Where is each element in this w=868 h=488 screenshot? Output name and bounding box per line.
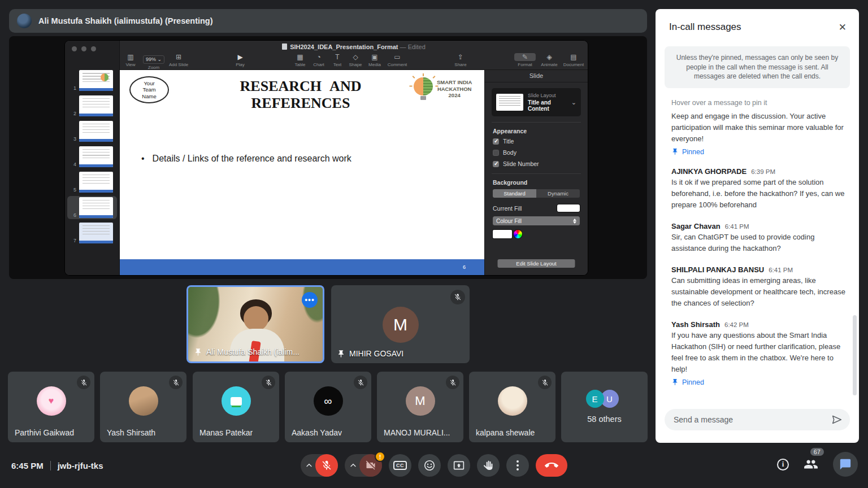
keynote-view-button[interactable]: ▥View [125,53,135,67]
keynote-media-button[interactable]: ▣Media [368,53,381,67]
present-screen-button[interactable] [448,454,470,477]
presenter-banner: Ali Mustufa Shaikh (ialimustufa) (Presen… [9,9,647,33]
avatar [498,386,527,416]
keynote-document-button[interactable]: ▤Document [563,53,584,67]
chat-message: Keep and engage in the discussion. Your … [671,111,849,156]
chat-message-list[interactable]: Hover over a message to pin it Keep and … [656,95,859,386]
video-tile-kalpana[interactable]: kalpana shewale [469,372,555,442]
keynote-shape-button[interactable]: ◇Shape [349,53,362,67]
segment-standard[interactable]: Standard [493,189,536,198]
background-section-label: Background [485,178,588,187]
chat-toggle-button[interactable] [833,452,858,477]
chat-input-container [665,409,850,430]
keynote-text-button[interactable]: TText [333,53,342,67]
slide-thumbnail-6-selected[interactable]: 6 [67,196,117,219]
video-tile-aakash[interactable]: ∞ Aakash Yadav [285,372,371,442]
video-tile-mihir[interactable]: M MIHIR GOSAVI [331,285,470,363]
send-icon[interactable] [831,413,843,426]
mic-off-icon [265,379,272,386]
mic-off-icon [454,293,462,301]
message-sender: SHILPALI PANKAJ BANSU [671,265,764,274]
message-time: 6:41 PM [769,267,793,273]
pin-hint-text: Hover over a message to pin it [671,97,849,108]
keynote-chart-button[interactable]: ◔Chart [313,53,324,67]
camera-options-chevron[interactable] [347,461,359,470]
keynote-table-button[interactable]: ▦Table [294,53,305,67]
call-controls: ! CC [301,454,567,477]
call-end-icon [545,459,558,472]
checkbox-body[interactable]: Body [485,147,588,158]
captions-button[interactable]: CC [389,454,411,477]
raise-hand-button[interactable] [477,454,500,477]
keynote-play-button[interactable]: ▶Play [236,53,245,67]
document-tab-icon: ▤ [563,53,584,61]
mic-mute-button[interactable] [315,454,338,477]
keynote-add-slide-button[interactable]: ⊞Add Slide [169,53,188,67]
mic-off-icon [449,379,457,386]
avatar [222,386,251,416]
end-call-button[interactable] [536,454,567,477]
slide-layout-selector[interactable]: Slide Layout Title and Content ⌄ [492,88,581,116]
video-tile-parthivi[interactable]: ♥ Parthivi Gaikwad [8,372,94,442]
segment-dynamic[interactable]: Dynamic [536,189,580,198]
chat-message-input[interactable] [674,415,831,424]
checkbox-slide-number[interactable]: Slide Number [485,158,588,169]
keynote-zoom-control[interactable]: 99% ⌄Zoom [143,53,164,70]
view-icon: ▥ [125,53,135,61]
keynote-share-button[interactable]: ⇪Share [454,53,466,67]
keynote-comment-button[interactable]: ▭Comment [388,53,407,67]
mic-options-chevron[interactable] [303,461,315,470]
video-tile-manas[interactable]: Manas Patekar [193,372,279,442]
mic-control-group [301,454,338,477]
keynote-slide-navigator: 1 2 3 4 5 6 7 [65,41,120,275]
avatar: M [406,386,435,416]
tile-name-label: MIHIR GOSAVI [349,349,403,358]
reactions-button[interactable] [418,454,441,477]
keynote-window: 1 2 3 4 5 6 7 SIH2024_IDEA_Presentation_… [65,41,588,275]
video-tile-manoj[interactable]: M MANOJ MURALI... [377,372,463,442]
pin-icon [194,348,202,356]
keynote-format-button[interactable]: ✎Format [514,53,536,67]
checkbox-title[interactable]: Title [485,136,588,147]
show-participants-button[interactable]: 67 [804,457,818,472]
camera-off-button[interactable]: ! [359,454,382,477]
layout-thumbnail [496,94,523,111]
mic-off-icon [80,379,88,386]
close-icon[interactable]: ✕ [839,23,847,32]
background-segmented-control[interactable]: Standard Dynamic [493,189,580,198]
tile-others-overflow[interactable]: E U 58 others [561,372,648,442]
chevron-up-icon [349,461,358,470]
mic-muted-badge [169,376,183,389]
window-traffic-lights[interactable] [72,46,96,51]
tile-options-button[interactable]: ••• [302,292,318,308]
avatar [129,386,158,416]
message-sender: Yash Shirsath [671,320,720,329]
edit-slide-layout-button[interactable]: Edit Slide Layout [498,259,575,268]
current-fill-label: Current Fill [493,205,522,212]
video-tile-ali[interactable]: ••• Ali Mustufa Shaikh (ialim... [186,285,324,363]
presenter-avatar [17,14,32,28]
fill-color-swatch[interactable] [493,230,512,238]
smiley-icon [423,459,436,472]
slide-thumbnail-5[interactable]: 5 [67,171,117,194]
keynote-animate-button[interactable]: ◈Animate [541,53,557,67]
info-icon: i [782,460,784,469]
current-fill-swatch[interactable] [557,204,580,212]
camera-control-group: ! [345,454,382,477]
more-options-button[interactable] [506,454,529,477]
fill-type-dropdown[interactable]: Colour Fill [493,216,580,225]
slide-thumbnail-3[interactable]: 3 [67,120,117,143]
slide-thumbnail-4[interactable]: 4 [67,145,117,168]
slide-thumbnail-1[interactable]: 1 [67,69,117,92]
slide-thumbnail-2[interactable]: 2 [67,94,117,117]
chat-scrollbar[interactable] [853,315,857,395]
chat-message: AJINKYA GHORPADE6:39 PM Is it ok if we p… [671,166,849,211]
add-slide-icon: ⊞ [169,53,188,61]
video-tile-yash[interactable]: Yash Shirsath [100,372,186,442]
tile-name-label: Manas Patekar [199,428,253,437]
meeting-details-button[interactable]: i [777,459,789,470]
slide-thumbnail-7[interactable]: 7 [67,221,117,245]
sih-2024-logo: SMART INDIA HACKATHON 2024 [411,75,480,105]
slide-canvas[interactable]: YourTeamName RESEARCH AND REFERENCES SMA… [120,70,484,275]
color-wheel-button[interactable] [514,230,522,238]
